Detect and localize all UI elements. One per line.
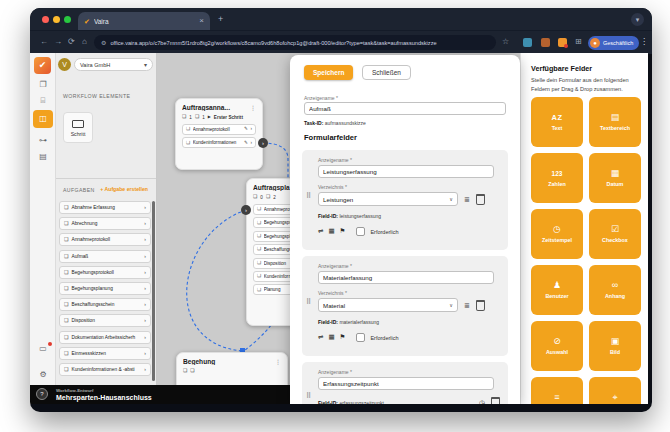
task-list-item[interactable]: Dokumentation Arbeitssicherh xyxy=(59,331,151,344)
node-input-connector[interactable] xyxy=(241,205,251,215)
back-button[interactable] xyxy=(40,38,48,46)
field-tile[interactable]: Zahlen xyxy=(531,153,583,203)
divider xyxy=(56,178,156,179)
drag-handle-icon[interactable] xyxy=(306,192,311,199)
sliders-icon[interactable] xyxy=(318,228,323,235)
org-selector[interactable]: Vaira GmbH xyxy=(74,58,153,71)
node-menu-icon[interactable] xyxy=(250,105,256,111)
grid-icon[interactable] xyxy=(328,334,334,341)
required-checkbox[interactable] xyxy=(356,333,365,342)
folder-icon[interactable] xyxy=(33,77,53,93)
field-tile[interactable]: Zeitstempel xyxy=(531,209,583,259)
field-tile-label: Zahlen xyxy=(548,181,565,187)
browser-tab[interactable]: Vaira xyxy=(78,12,210,30)
reload-button[interactable] xyxy=(68,38,75,46)
extensions-icon[interactable] xyxy=(575,38,582,46)
save-button[interactable]: Speichern xyxy=(304,65,353,80)
link-icon[interactable] xyxy=(33,133,53,149)
forward-button[interactable] xyxy=(54,38,62,46)
field-tile[interactable]: Textbereich xyxy=(589,97,641,147)
tab-close-icon[interactable] xyxy=(199,17,204,25)
extension-icon-2[interactable] xyxy=(541,38,550,47)
browser-menu-icon[interactable] xyxy=(640,38,648,46)
devices-icon[interactable] xyxy=(33,341,53,357)
field-name-input[interactable] xyxy=(318,377,494,390)
flag-icon[interactable] xyxy=(340,334,346,341)
field-tile[interactable]: Text xyxy=(531,97,583,147)
address-bar[interactable]: office.vaira.app/o/c7be7mnm5f1rdro8tg2g/… xyxy=(94,35,496,50)
task-label: Begehungsprotokoll xyxy=(71,270,141,275)
list-icon[interactable] xyxy=(464,302,470,309)
field-tile[interactable]: Auswahl xyxy=(531,321,583,371)
task-list-item[interactable]: Disposition xyxy=(59,314,151,327)
field-tile[interactable]: Liste xyxy=(531,377,583,404)
close-button[interactable]: Schließen xyxy=(362,65,411,80)
task-list-item[interactable]: Abrechnung xyxy=(59,217,151,230)
flag-icon[interactable] xyxy=(340,228,346,235)
workflow-node-auftragsannahme[interactable]: Auftragsanna... 1 1 Erster Schritt xyxy=(175,98,263,170)
workflow-icon[interactable] xyxy=(33,110,53,128)
drag-handle-icon[interactable] xyxy=(306,392,311,399)
field-tile[interactable]: Benutzer xyxy=(531,265,583,315)
task-list-item[interactable]: Annahmeprotokoll xyxy=(59,233,151,246)
node-menu-icon[interactable] xyxy=(275,359,281,365)
chevron-right-icon[interactable] xyxy=(250,127,252,132)
directory-select[interactable]: Material xyxy=(318,298,458,312)
clipboard-icon xyxy=(64,351,68,356)
home-button[interactable] xyxy=(82,38,87,46)
help-icon[interactable] xyxy=(36,388,48,400)
task-list-item[interactable]: Kundeninformationen & -absti xyxy=(59,363,151,376)
window-minimize-button[interactable] xyxy=(53,16,60,23)
node-output-connector[interactable] xyxy=(258,138,268,148)
fields-icon[interactable] xyxy=(33,93,53,109)
trash-icon[interactable] xyxy=(476,300,485,311)
list-icon[interactable] xyxy=(464,196,470,203)
new-tab-button[interactable] xyxy=(218,15,223,24)
task-list-item[interactable]: Begehungsprotokoll xyxy=(59,266,151,279)
field-name-input[interactable] xyxy=(318,271,494,284)
settings-gear-icon[interactable] xyxy=(33,367,53,383)
pencil-icon[interactable] xyxy=(244,127,248,132)
contacts-icon[interactable] xyxy=(33,149,53,165)
bookmark-icon[interactable] xyxy=(502,38,509,46)
extension-icon-3[interactable] xyxy=(558,38,567,47)
extension-icon-1[interactable] xyxy=(523,38,532,47)
tab-search-button[interactable] xyxy=(631,13,644,26)
trash-icon[interactable] xyxy=(491,397,500,404)
create-task-link[interactable]: + Aufgabe erstellen xyxy=(100,186,148,192)
clipboard-icon xyxy=(64,367,68,372)
grid-icon[interactable] xyxy=(328,228,334,235)
node-task-chip[interactable]: Annahmeprotokoll xyxy=(182,124,256,135)
panel-scrollbar[interactable] xyxy=(152,201,155,381)
field-tile[interactable]: Bild xyxy=(589,321,641,371)
drag-handle-icon[interactable] xyxy=(306,298,311,305)
play-icon xyxy=(208,115,211,120)
required-checkbox[interactable] xyxy=(356,227,365,236)
window-zoom-button[interactable] xyxy=(64,16,71,23)
clock-icon[interactable] xyxy=(479,399,485,404)
trash-icon[interactable] xyxy=(476,194,485,205)
task-list-item[interactable]: Einmessskizzen xyxy=(59,347,151,360)
list-icon xyxy=(554,393,559,402)
pencil-icon[interactable] xyxy=(244,141,248,146)
field-tile[interactable]: Vermessung xyxy=(589,377,641,404)
clipboard-icon xyxy=(64,237,68,242)
task-list-item[interactable]: Aufmaß xyxy=(59,250,151,263)
task-list-item[interactable]: Begehungsplanung xyxy=(59,282,151,295)
profile-button[interactable]: ● Geschäftlich xyxy=(588,36,639,50)
field-name-input[interactable] xyxy=(318,165,494,178)
field-tile[interactable]: Anhang xyxy=(589,265,641,315)
chevron-right-icon[interactable] xyxy=(250,141,252,146)
window-close-button[interactable] xyxy=(42,16,49,23)
directory-select[interactable]: Leistungen xyxy=(318,192,458,206)
task-list-item[interactable]: Beschaffungsschein xyxy=(59,298,151,311)
node-title: Begehung xyxy=(183,358,275,365)
node-task-chip[interactable]: Kundeninformationen xyxy=(182,137,256,148)
schritt-element[interactable]: Schritt xyxy=(63,112,93,143)
site-settings-icon[interactable] xyxy=(101,40,106,46)
task-list-item[interactable]: Abnahme Erfassung xyxy=(59,201,151,214)
field-tile[interactable]: Checkbox xyxy=(589,209,641,259)
sliders-icon[interactable] xyxy=(318,334,323,341)
display-name-input[interactable] xyxy=(304,102,506,115)
field-tile[interactable]: Datum xyxy=(589,153,641,203)
